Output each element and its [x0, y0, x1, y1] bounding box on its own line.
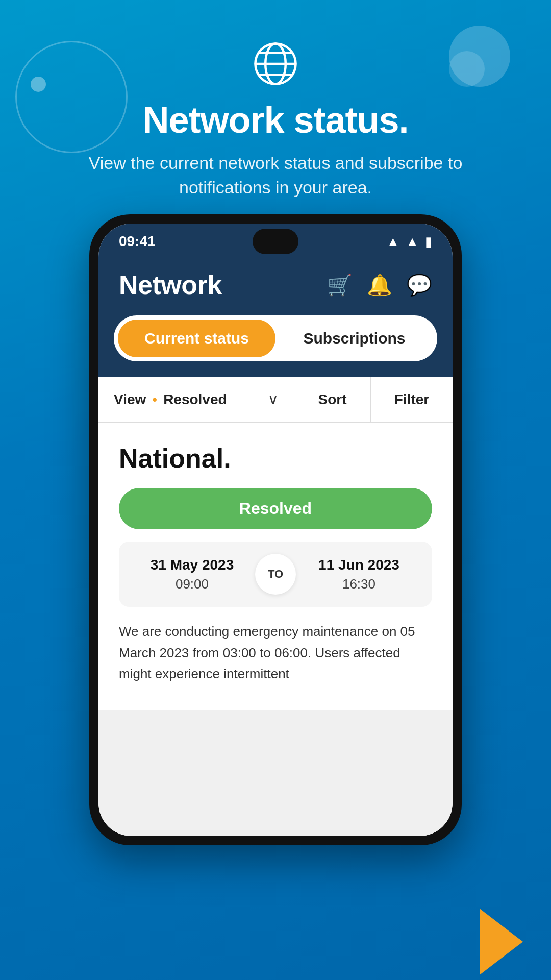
hero-section: Network status. View the current network…: [0, 0, 551, 200]
incident-description: We are conducting emergency maintenance …: [119, 621, 432, 690]
profile-icon[interactable]: 💬: [407, 273, 432, 297]
battery-icon: ▮: [425, 234, 432, 250]
filter-dot: •: [152, 391, 157, 408]
phone-frame: 09:41 ▲ ▲ ▮ Network 🛒 🔔 💬: [89, 214, 462, 845]
end-time: 16:30: [296, 576, 422, 592]
tab-subscriptions[interactable]: Subscriptions: [276, 320, 433, 357]
filter-button[interactable]: Filter: [371, 377, 453, 422]
hero-subtitle: View the current network status and subs…: [0, 151, 551, 200]
wifi-icon: ▲: [387, 234, 400, 250]
orange-arrow-decoration: [480, 909, 523, 975]
content-area: View • Resolved ∨ Sort Filter National.: [98, 377, 453, 836]
phone-screen: 09:41 ▲ ▲ ▮ Network 🛒 🔔 💬: [98, 224, 453, 836]
date-range: 31 May 2023 09:00 TO 11 Jun 2023 16:30: [119, 542, 432, 607]
incident-section-title: National.: [119, 443, 432, 474]
start-time: 09:00: [129, 576, 255, 592]
sort-label: Sort: [318, 391, 347, 408]
tab-container: Current status Subscriptions: [114, 315, 437, 361]
view-resolved-label: Resolved: [163, 391, 227, 408]
end-date-block: 11 Jun 2023 16:30: [296, 557, 422, 592]
status-time: 09:41: [119, 233, 156, 250]
filter-bar: View • Resolved ∨ Sort Filter: [98, 377, 453, 423]
end-date: 11 Jun 2023: [296, 557, 422, 573]
app-title: Network: [119, 270, 222, 300]
svg-marker-5: [480, 909, 523, 975]
header-actions: 🛒 🔔 💬: [327, 273, 432, 297]
cart-icon[interactable]: 🛒: [327, 273, 353, 297]
app-header: Network 🛒 🔔 💬: [98, 259, 453, 315]
status-bar: 09:41 ▲ ▲ ▮: [98, 224, 453, 259]
start-date: 31 May 2023: [129, 557, 255, 573]
status-icons: ▲ ▲ ▮: [387, 234, 432, 250]
view-filter-section[interactable]: View • Resolved ∨: [98, 391, 294, 408]
globe-icon: [253, 41, 298, 87]
filter-label: Filter: [394, 391, 429, 408]
phone-mockup: 09:41 ▲ ▲ ▮ Network 🛒 🔔 💬: [89, 214, 462, 845]
sort-button[interactable]: Sort: [294, 377, 371, 422]
date-to-label: TO: [255, 554, 296, 595]
tab-current-status[interactable]: Current status: [118, 320, 276, 357]
incidents-list: National. Resolved 31 May 2023 09:00 TO …: [98, 423, 453, 710]
bell-icon[interactable]: 🔔: [367, 273, 392, 297]
signal-icon: ▲: [406, 234, 419, 250]
hero-title: Network status.: [142, 99, 408, 141]
start-date-block: 31 May 2023 09:00: [129, 557, 255, 592]
camera-notch: [253, 229, 298, 254]
tab-bar: Current status Subscriptions: [98, 315, 453, 377]
chevron-down-icon: ∨: [268, 391, 279, 408]
resolved-badge: Resolved: [119, 488, 432, 529]
view-label: View: [114, 391, 146, 408]
